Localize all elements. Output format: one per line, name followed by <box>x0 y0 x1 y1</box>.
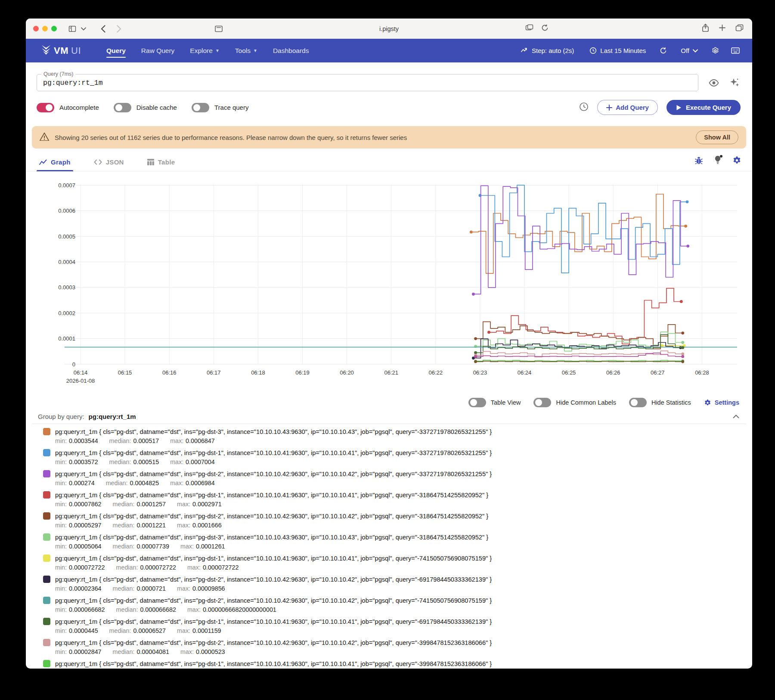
toggle-trace-query[interactable]: Trace query <box>192 103 248 112</box>
legend-item[interactable]: pg:query:rt_1m { cls="pg-dst", datname="… <box>43 597 752 618</box>
toggle-table-view[interactable]: Table View <box>468 398 521 407</box>
nav-item-explore[interactable]: Explore▼ <box>184 43 225 59</box>
nav-item-query[interactable]: Query <box>100 43 132 59</box>
collapse-legend-icon[interactable] <box>733 412 739 420</box>
nav-item-tools[interactable]: Tools▼ <box>229 43 264 59</box>
switch-hide-common-labels[interactable] <box>533 398 551 407</box>
show-all-button[interactable]: Show All <box>696 130 738 144</box>
legend-item[interactable]: pg:query:rt_1m { cls="pg-dst", datname="… <box>43 639 752 660</box>
page-appearance-icon[interactable] <box>214 25 223 32</box>
switch-table-view[interactable] <box>468 398 486 407</box>
time-range-button[interactable]: Last 15 Minutes <box>584 43 651 58</box>
graph-settings-icon[interactable] <box>732 156 741 167</box>
legend-item[interactable]: pg:query:rt_1m { cls="pg-dst", datname="… <box>43 660 752 669</box>
new-tab-icon[interactable] <box>719 24 726 33</box>
legend-item[interactable]: pg:query:rt_1m { cls="pg-dst", datname="… <box>43 491 752 512</box>
group-by-label: Group by query: <box>38 413 84 420</box>
legend-settings-button[interactable]: Settings <box>704 399 739 406</box>
series-stats: min:0.00007862median:0.0001257max:0.0002… <box>43 501 752 508</box>
series-color-swatch <box>43 470 50 477</box>
zoom-window-button[interactable] <box>51 26 57 31</box>
series-label: pg:query:rt_1m { cls="pg-dst", datname="… <box>55 555 492 562</box>
toggle-hide-common-labels[interactable]: Hide Common Labels <box>533 398 616 407</box>
series-label: pg:query:rt_1m { cls="pg-dst", datname="… <box>55 576 492 583</box>
switch-autocomplete[interactable] <box>37 103 54 112</box>
svg-text:06:15: 06:15 <box>118 369 132 376</box>
series-stats: min:0.000072722median:0.000072722max:0.0… <box>43 564 752 571</box>
refresh-button[interactable] <box>656 43 671 58</box>
privacy-report-icon[interactable] <box>525 24 533 33</box>
tab-table[interactable]: Table <box>145 158 178 171</box>
svg-text:0: 0 <box>72 361 75 368</box>
forward-icon[interactable] <box>117 25 121 33</box>
site-name: i.pigsty <box>379 25 399 32</box>
reload-icon[interactable] <box>541 24 549 33</box>
legend-item[interactable]: pg:query:rt_1m { cls="pg-dst", datname="… <box>43 576 752 597</box>
back-icon[interactable] <box>101 25 105 33</box>
tab-graph[interactable]: Graph <box>37 158 73 171</box>
query-history-icon[interactable] <box>579 102 589 113</box>
minimize-window-button[interactable] <box>42 26 48 31</box>
series-color-swatch <box>43 428 50 435</box>
browser-window: i.pigsty <box>26 19 752 669</box>
tips-lightbulb-icon[interactable] <box>714 155 721 167</box>
switch-disable-cache[interactable] <box>114 103 131 112</box>
autorefresh-dropdown[interactable]: Off <box>675 43 704 58</box>
svg-text:0.0002: 0.0002 <box>58 310 75 316</box>
legend-item[interactable]: pg:query:rt_1m { cls="pg-dst", datname="… <box>43 533 752 554</box>
share-icon[interactable] <box>702 24 709 34</box>
toggle-disable-cache[interactable]: Disable cache <box>114 103 177 112</box>
global-settings-icon[interactable] <box>708 43 723 58</box>
switch-trace-query[interactable] <box>192 103 209 112</box>
series-limit-warning: Showing 20 series out of 1162 series due… <box>32 126 746 149</box>
toggle-hide-statistics[interactable]: Hide Statistics <box>629 398 691 407</box>
legend-item[interactable]: pg:query:rt_1m { cls="pg-dst", datname="… <box>43 428 752 449</box>
legend-item[interactable]: pg:query:rt_1m { cls="pg-dst", datname="… <box>43 449 752 470</box>
svg-text:0.0003: 0.0003 <box>58 284 75 291</box>
svg-text:0.0005: 0.0005 <box>58 233 75 240</box>
query-visibility-icon[interactable] <box>709 79 719 88</box>
close-window-button[interactable] <box>33 26 39 31</box>
query-prettify-icon[interactable] <box>729 77 740 90</box>
query-panel: Query (7ms) AutocompleteDisable cacheTra… <box>26 62 752 115</box>
legend-item[interactable]: pg:query:rt_1m { cls="pg-dst", datname="… <box>43 470 752 491</box>
warning-text: Showing 20 series out of 1162 series due… <box>55 134 407 141</box>
shortcut-keys-icon[interactable] <box>727 44 744 57</box>
add-query-button[interactable]: Add Query <box>597 100 658 115</box>
warning-icon <box>40 133 49 142</box>
series-stats: min:0.0003572median:0.000515max:0.000700… <box>43 458 752 465</box>
svg-text:06:17: 06:17 <box>207 369 221 376</box>
series-label: pg:query:rt_1m { cls="pg-dst", datname="… <box>55 597 492 604</box>
switch-hide-statistics[interactable] <box>629 398 647 407</box>
logo-text-ui: UI <box>71 45 81 56</box>
report-bug-icon[interactable] <box>694 156 703 167</box>
series-label: pg:query:rt_1m { cls="pg-dst", datname="… <box>55 534 488 541</box>
address-bar[interactable]: i.pigsty <box>379 25 399 32</box>
time-series-chart[interactable]: 00.00010.00020.00030.00040.00050.00060.0… <box>32 180 743 387</box>
nav-item-raw-query[interactable]: Raw Query <box>135 43 181 59</box>
vmui-logo[interactable]: VMUI <box>41 45 81 56</box>
nav-item-dashboards[interactable]: Dashboards <box>267 43 315 59</box>
series-stats: min:0.000066682median:0.000066682max:0.0… <box>43 606 752 613</box>
svg-text:0.0006: 0.0006 <box>58 208 75 214</box>
svg-text:06:18: 06:18 <box>251 369 265 376</box>
sidebar-chevron-icon[interactable] <box>81 27 86 31</box>
execute-query-button[interactable]: Execute Query <box>666 100 741 115</box>
step-button[interactable]: Step: auto (2s) <box>515 43 580 58</box>
tab-overview-icon[interactable] <box>735 24 744 33</box>
series-color-swatch <box>43 660 50 667</box>
svg-text:06:21: 06:21 <box>384 369 398 376</box>
legend-item[interactable]: pg:query:rt_1m { cls="pg-dst", datname="… <box>43 618 752 639</box>
svg-text:06:24: 06:24 <box>518 369 532 376</box>
query-input[interactable] <box>37 74 698 91</box>
svg-text:06:16: 06:16 <box>162 369 177 376</box>
series-stats: min:0.0000445median:0.00006527max:0.0001… <box>43 627 752 634</box>
legend-item[interactable]: pg:query:rt_1m { cls="pg-dst", datname="… <box>43 512 752 533</box>
svg-text:06:22: 06:22 <box>429 369 443 376</box>
series-color-swatch <box>43 533 50 541</box>
legend-item[interactable]: pg:query:rt_1m { cls="pg-dst", datname="… <box>43 554 752 576</box>
series-color-swatch <box>43 512 50 520</box>
toggle-autocomplete[interactable]: Autocomplete <box>37 103 99 112</box>
sidebar-toggle-icon[interactable] <box>68 25 77 33</box>
tab-json[interactable]: JSON <box>91 158 127 171</box>
